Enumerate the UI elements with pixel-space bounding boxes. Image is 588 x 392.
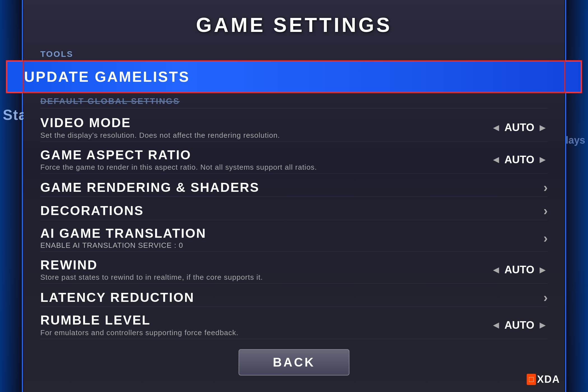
table-row[interactable]: GAME ASPECT RATIO Force the game to rend… — [40, 142, 548, 174]
table-row[interactable]: LATENCY REDUCTION › — [40, 284, 548, 307]
xda-box-icon: □ — [527, 374, 536, 385]
aspect-ratio-name: GAME ASPECT RATIO — [40, 148, 491, 162]
latency-chevron[interactable]: › — [543, 290, 548, 305]
aspect-ratio-auto-label: AUTO — [504, 154, 534, 166]
aspect-ratio-arrow-left[interactable]: ◄ — [491, 154, 501, 165]
video-mode-auto-label: AUTO — [504, 122, 534, 134]
default-global-settings-label: DEFAULT GLOBAL SETTINGS — [40, 92, 548, 108]
aspect-ratio-desc: Force the game to render in this aspect … — [40, 163, 491, 172]
rumble-name: RUMBLE LEVEL — [40, 313, 491, 327]
aspect-ratio-arrow-right[interactable]: ► — [538, 154, 548, 165]
table-row[interactable]: REWIND Store past states to rewind to in… — [40, 252, 548, 284]
rewind-arrow-left[interactable]: ◄ — [491, 264, 501, 276]
rumble-arrow-left[interactable]: ◄ — [491, 319, 501, 331]
selected-item-wrapper: UPDATE GAMELISTS — [24, 61, 564, 92]
ai-translation-sub: ENABLE AI TRANSLATION SERVICE : 0 — [40, 241, 543, 250]
rumble-desc: For emulators and controllers supporting… — [40, 328, 491, 337]
rewind-name: REWIND — [40, 258, 491, 272]
video-mode-value[interactable]: ◄ AUTO ► — [491, 122, 548, 134]
side-plays-label: lays — [566, 134, 585, 146]
left-blue-accent — [22, 0, 23, 392]
update-gamelists-item[interactable]: UPDATE GAMELISTS — [7, 61, 581, 92]
table-row[interactable]: VIDEO MODE Set the display's resolution.… — [40, 109, 548, 142]
xda-logo: □ XDA — [527, 374, 560, 385]
main-panel: GAME SETTINGS TOOLS UPDATE GAMELISTS DEF… — [24, 0, 564, 392]
rewind-desc: Store past states to rewind to in realti… — [40, 273, 491, 282]
latency-name: LATENCY REDUCTION — [40, 290, 543, 305]
rendering-shaders-chevron[interactable]: › — [543, 180, 548, 195]
video-mode-content: VIDEO MODE Set the display's resolution.… — [40, 116, 491, 140]
rewind-content: REWIND Store past states to rewind to in… — [40, 258, 491, 282]
ai-translation-content: AI GAME TRANSLATION ENABLE AI TRANSLATIO… — [40, 226, 543, 250]
decorations-name: DECORATIONS — [40, 204, 543, 218]
decorations-content: DECORATIONS — [40, 204, 543, 218]
back-button-area: BACK — [24, 339, 564, 381]
table-row[interactable]: AI GAME TRANSLATION ENABLE AI TRANSLATIO… — [40, 220, 548, 252]
update-gamelists-label: UPDATE GAMELISTS — [24, 69, 190, 85]
rendering-shaders-content: GAME RENDERING & SHADERS — [40, 180, 543, 195]
aspect-ratio-value[interactable]: ◄ AUTO ► — [491, 154, 548, 166]
page-title-area: GAME SETTINGS — [24, 0, 564, 45]
right-blue-accent — [565, 0, 566, 392]
rewind-auto-label: AUTO — [504, 264, 534, 276]
page-title: GAME SETTINGS — [196, 14, 392, 36]
divider-top — [40, 108, 548, 108]
rumble-auto-label: AUTO — [504, 319, 534, 331]
table-row[interactable]: RUMBLE LEVEL For emulators and controlle… — [40, 307, 548, 339]
video-mode-arrow-left[interactable]: ◄ — [491, 122, 501, 134]
back-button[interactable]: BACK — [239, 349, 349, 375]
content-area: TOOLS UPDATE GAMELISTS DEFAULT GLOBAL SE… — [24, 45, 564, 339]
rewind-arrow-right[interactable]: ► — [538, 264, 548, 276]
rumble-arrow-right[interactable]: ► — [538, 319, 548, 331]
decorations-chevron[interactable]: › — [543, 203, 548, 218]
ai-translation-chevron[interactable]: › — [543, 230, 548, 246]
tools-label: TOOLS — [40, 45, 548, 61]
video-mode-desc: Set the display's resolution. Does not a… — [40, 131, 491, 140]
rewind-value[interactable]: ◄ AUTO ► — [491, 264, 548, 276]
video-mode-arrow-right[interactable]: ► — [538, 122, 548, 134]
video-mode-name: VIDEO MODE — [40, 116, 491, 130]
rumble-content: RUMBLE LEVEL For emulators and controlle… — [40, 313, 491, 337]
table-row[interactable]: DECORATIONS › — [40, 197, 548, 220]
rendering-shaders-name: GAME RENDERING & SHADERS — [40, 180, 543, 195]
side-bar-left — [0, 0, 22, 392]
aspect-ratio-content: GAME ASPECT RATIO Force the game to rend… — [40, 148, 491, 172]
side-bar-right — [566, 0, 588, 392]
ai-translation-name: AI GAME TRANSLATION — [40, 226, 543, 241]
latency-content: LATENCY REDUCTION — [40, 290, 543, 305]
xda-label: XDA — [537, 374, 560, 385]
table-row[interactable]: GAME RENDERING & SHADERS › — [40, 174, 548, 197]
rumble-value[interactable]: ◄ AUTO ► — [491, 319, 548, 331]
